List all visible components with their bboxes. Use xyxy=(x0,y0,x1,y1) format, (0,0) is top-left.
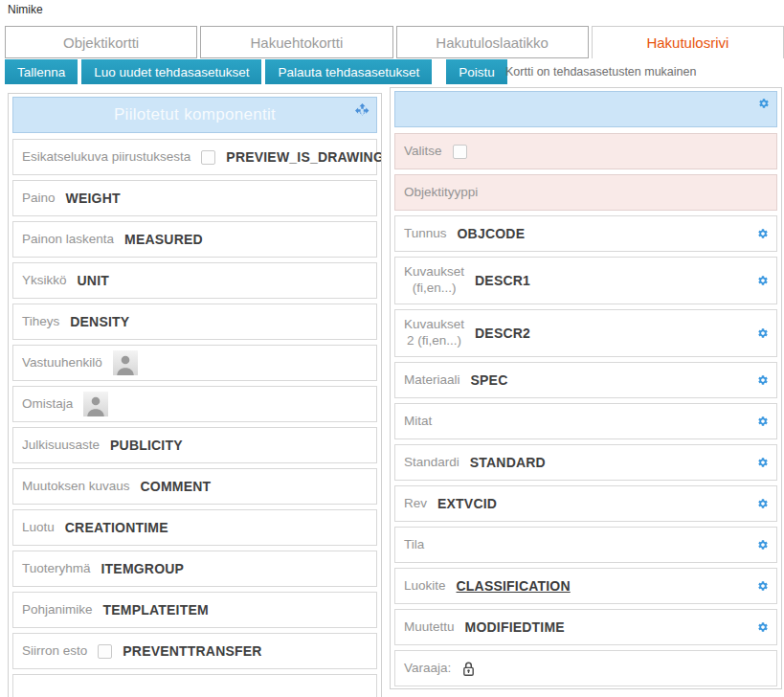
field-row[interactable]: Materiaali SPEC xyxy=(394,362,777,398)
item-card-editor: Nimike Objektikortti Hakuehtokortti Haku… xyxy=(0,0,784,697)
field-value: DESCR2 xyxy=(475,326,530,341)
field-label: Tila xyxy=(404,537,424,553)
gear-icon-slot[interactable] xyxy=(758,98,770,109)
person-icon[interactable] xyxy=(83,392,108,416)
field-label: Materiaali xyxy=(404,372,460,389)
field-value: CREATIONTIME xyxy=(65,520,168,535)
field-row[interactable]: Kuvaukset (fi,en...) DESCR1 xyxy=(394,257,777,304)
gear-icon[interactable] xyxy=(757,457,769,468)
gear-icon[interactable] xyxy=(757,327,769,339)
field-label: Yksikkö xyxy=(22,273,67,289)
field-label: Tuoteryhmä xyxy=(22,561,91,577)
field-label: Muutettu xyxy=(404,619,455,636)
field-value: SPEC xyxy=(471,372,508,388)
move-icon-slot[interactable] xyxy=(355,103,370,118)
field-value: PREVIEW_IS_DRAWING xyxy=(226,149,382,165)
field-row[interactable]: Objektityyppi xyxy=(394,174,777,211)
field-row[interactable]: Yksikkö UNIT xyxy=(12,262,377,299)
field-label: Esikatselukuva piirustuksesta xyxy=(22,149,190,166)
field-settings[interactable] xyxy=(757,327,769,339)
field-label: Painon laskenta xyxy=(22,232,114,248)
field-row[interactable]: Mitat xyxy=(394,403,777,439)
field-value: TEMPLATEITEM xyxy=(103,602,209,618)
gear-icon[interactable] xyxy=(757,621,769,633)
field-row[interactable]: Paino WEIGHT xyxy=(12,180,377,216)
toolbar-button[interactable]: Palauta tehdasasetukset xyxy=(265,59,432,84)
field-value: MEASURED xyxy=(124,232,203,247)
field-settings[interactable] xyxy=(757,580,769,592)
field-label: Standardi xyxy=(404,455,459,471)
field-row[interactable]: Rev EXTVCID xyxy=(394,485,777,522)
toolbar-button[interactable]: Luo uudet tehdasasetukset xyxy=(81,59,261,84)
field-row[interactable]: Muutettu MODIFIEDTIME xyxy=(394,609,777,645)
checkbox[interactable] xyxy=(453,145,467,159)
tab-hakutulosrivi[interactable]: Hakutulosrivi xyxy=(592,26,784,58)
field-row[interactable]: Vastuuhenkilö xyxy=(12,345,377,381)
field-row[interactable]: Luotu CREATIONTIME xyxy=(12,509,377,546)
field-row[interactable]: Siirron esto PREVENTTRANSFER xyxy=(12,633,377,669)
field-label: Paino xyxy=(22,191,56,207)
field-value: PUBLICITY xyxy=(110,438,183,453)
gear-icon[interactable] xyxy=(757,580,769,592)
toolbar: TallennaLuo uudet tehdasasetuksetPalauta… xyxy=(0,59,784,84)
field-settings[interactable] xyxy=(757,228,769,239)
field-row[interactable]: Tunnus OBJCODE xyxy=(394,215,777,252)
field-row[interactable]: Painon laskenta MEASURED xyxy=(12,221,377,258)
field-settings[interactable] xyxy=(757,275,769,286)
gear-icon[interactable] xyxy=(757,416,769,427)
field-settings[interactable] xyxy=(757,457,769,468)
field-label: Omistaja xyxy=(22,396,73,413)
field-row[interactable]: Tila xyxy=(394,527,777,563)
toolbar-button[interactable]: Poistu xyxy=(446,59,507,84)
gear-icon[interactable] xyxy=(757,498,769,509)
field-row[interactable]: Omistaja xyxy=(12,386,377,422)
result-row-header[interactable] xyxy=(394,91,777,127)
field-label: Rev xyxy=(404,496,427,512)
field-row[interactable]: Tuoteryhmä ITEMGROUP xyxy=(12,551,377,587)
field-row[interactable]: Julkisuusaste PUBLICITY xyxy=(12,427,377,463)
gear-icon[interactable] xyxy=(758,98,770,109)
field-label: Valitse xyxy=(404,144,442,160)
field-label: Luokite xyxy=(404,578,446,595)
move-icon[interactable] xyxy=(355,103,370,118)
field-settings[interactable] xyxy=(757,539,769,551)
field-row[interactable]: Pohjanimike TEMPLATEITEM xyxy=(12,592,377,628)
checkbox[interactable] xyxy=(98,644,112,659)
gear-icon[interactable] xyxy=(757,228,769,239)
field-value: COMMENT xyxy=(141,479,212,494)
field-row[interactable]: Muutoksen kuvaus COMMENT xyxy=(12,468,377,505)
field-row[interactable]: Valitse xyxy=(394,133,777,169)
status-text: Kortti on tehdasasetusten mukainen xyxy=(505,59,696,84)
gear-icon[interactable] xyxy=(757,539,769,551)
tab-hakutuloslaatikko[interactable]: Hakutuloslaatikko xyxy=(396,26,589,58)
field-value: ITEMGROUP xyxy=(101,561,185,576)
field-label: Luotu xyxy=(22,520,55,536)
field-value: STANDARD xyxy=(470,455,546,470)
field-value[interactable]: CLASSIFICATION xyxy=(457,578,571,594)
tab-objektikortti[interactable]: Objektikortti xyxy=(5,26,197,58)
field-settings[interactable] xyxy=(757,621,769,633)
field-row[interactable]: Varaaja: xyxy=(394,650,777,686)
gear-icon[interactable] xyxy=(757,275,769,286)
hidden-components-header[interactable]: Piilotetut komponentit xyxy=(12,97,377,133)
field-value: WEIGHT xyxy=(66,191,121,206)
gear-icon[interactable] xyxy=(757,374,769,386)
field-row[interactable]: Kuvaukset 2 (fi,en...) DESCR2 xyxy=(394,309,777,357)
tab-hakuehtokortti[interactable]: Hakuehtokortti xyxy=(200,26,392,58)
field-value: UNIT xyxy=(78,273,109,288)
person-icon[interactable] xyxy=(113,350,138,375)
toolbar-button[interactable]: Tallenna xyxy=(5,59,78,84)
checkbox[interactable] xyxy=(201,150,215,165)
field-settings[interactable] xyxy=(757,416,769,427)
lock-icon[interactable] xyxy=(461,661,476,677)
field-row[interactable] xyxy=(12,674,377,697)
field-row[interactable]: Standardi STANDARD xyxy=(394,444,777,481)
field-label: Tiheys xyxy=(22,314,59,330)
field-row[interactable]: Luokite CLASSIFICATION xyxy=(394,568,777,604)
field-settings[interactable] xyxy=(757,374,769,386)
field-settings[interactable] xyxy=(757,498,769,509)
field-row[interactable]: Tiheys DENSITY xyxy=(12,304,377,340)
field-label: Muutoksen kuvaus xyxy=(22,479,130,495)
field-label: Objektityyppi xyxy=(404,185,478,201)
field-row[interactable]: Esikatselukuva piirustuksesta PREVIEW_IS… xyxy=(12,139,377,175)
